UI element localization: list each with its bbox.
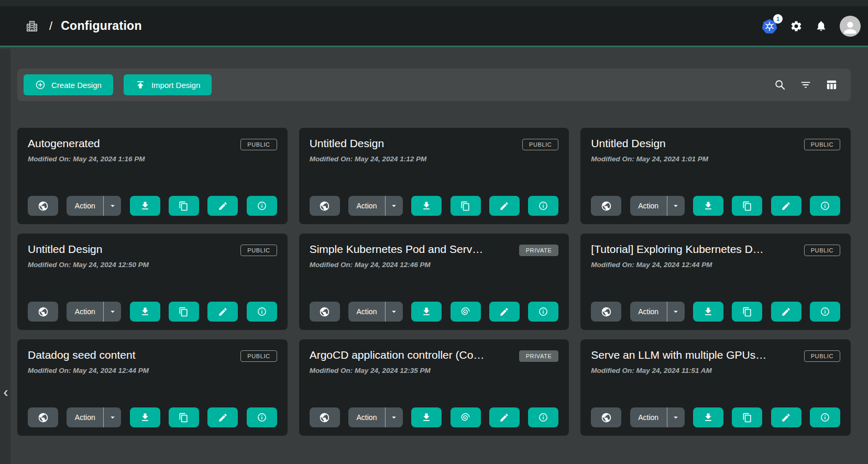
action-button[interactable]: Action xyxy=(348,302,385,322)
action-dropdown-toggle[interactable] xyxy=(385,302,403,322)
info-button[interactable] xyxy=(810,302,840,322)
edit-button[interactable] xyxy=(489,302,520,322)
pencil-icon xyxy=(781,413,791,423)
card-action-row: Action xyxy=(310,196,559,216)
copy-button[interactable] xyxy=(451,196,481,216)
info-button[interactable] xyxy=(247,407,277,427)
copy-button[interactable] xyxy=(169,196,199,216)
filter-button[interactable] xyxy=(800,79,811,91)
table-view-icon xyxy=(826,79,837,91)
caret-down-icon xyxy=(389,307,399,316)
notifications-button[interactable] xyxy=(815,20,827,32)
download-button[interactable] xyxy=(130,196,160,216)
copy-button[interactable] xyxy=(732,302,762,322)
visibility-badge: PUBLIC xyxy=(804,245,840,256)
action-dropdown-toggle[interactable] xyxy=(103,302,121,322)
copy-icon xyxy=(179,307,189,317)
download-button[interactable] xyxy=(693,302,723,322)
download-icon xyxy=(140,412,150,423)
info-icon xyxy=(257,412,267,423)
action-button[interactable]: Action xyxy=(630,302,667,322)
visibility-badge: PUBLIC xyxy=(804,139,840,150)
copy-button[interactable] xyxy=(169,407,199,427)
action-dropdown-toggle[interactable] xyxy=(103,196,121,216)
info-icon xyxy=(820,306,830,317)
gear-icon xyxy=(790,20,803,32)
info-icon xyxy=(820,201,830,211)
edit-button[interactable] xyxy=(771,407,801,427)
info-button[interactable] xyxy=(528,196,558,216)
pencil-icon xyxy=(499,413,509,423)
info-icon xyxy=(538,412,548,423)
visibility-globe-button[interactable] xyxy=(28,196,58,216)
visibility-badge: PRIVATE xyxy=(519,350,559,362)
visibility-globe-button[interactable] xyxy=(591,407,621,427)
copy-button[interactable] xyxy=(732,196,762,216)
visibility-globe-button[interactable] xyxy=(310,407,340,427)
visibility-globe-button[interactable] xyxy=(591,196,621,216)
card-action-row: Action xyxy=(310,407,559,427)
info-button[interactable] xyxy=(528,407,558,427)
user-avatar[interactable] xyxy=(840,16,861,37)
info-button[interactable] xyxy=(247,302,277,322)
kubernetes-context-button[interactable]: 1 xyxy=(762,18,777,34)
action-dropdown-toggle[interactable] xyxy=(667,196,685,216)
edit-button[interactable] xyxy=(207,302,238,322)
action-button[interactable]: Action xyxy=(348,407,385,427)
action-dropdown-toggle[interactable] xyxy=(385,196,403,216)
edit-button[interactable] xyxy=(771,302,801,322)
action-dropdown-toggle[interactable] xyxy=(667,302,685,322)
caret-down-icon xyxy=(108,307,117,316)
action-button[interactable]: Action xyxy=(67,407,103,427)
download-button[interactable] xyxy=(693,407,723,427)
sidebar-collapse-button[interactable]: ‹ xyxy=(0,384,12,401)
download-button[interactable] xyxy=(411,302,442,322)
download-button[interactable] xyxy=(130,302,160,322)
design-workspace-button[interactable] xyxy=(451,407,481,427)
visibility-badge: PRIVATE xyxy=(519,245,559,256)
create-design-button[interactable]: Create Design xyxy=(24,74,113,95)
visibility-globe-button[interactable] xyxy=(28,302,58,322)
action-button[interactable]: Action xyxy=(67,196,103,216)
download-button[interactable] xyxy=(411,196,442,216)
edit-button[interactable] xyxy=(771,196,801,216)
download-button[interactable] xyxy=(411,407,442,427)
visibility-globe-button[interactable] xyxy=(310,196,340,216)
table-view-button[interactable] xyxy=(826,79,837,91)
download-button[interactable] xyxy=(130,407,160,427)
info-button[interactable] xyxy=(247,196,277,216)
settings-button[interactable] xyxy=(790,20,803,32)
caret-down-icon xyxy=(671,413,680,422)
globe-icon xyxy=(38,306,49,317)
design-card: ArgoCD application controller (Co… PRIVA… xyxy=(299,339,569,436)
action-button[interactable]: Action xyxy=(630,407,667,427)
visibility-globe-button[interactable] xyxy=(591,302,621,322)
copy-button[interactable] xyxy=(169,302,199,322)
visibility-badge: PUBLIC xyxy=(522,139,558,150)
download-button[interactable] xyxy=(693,196,723,216)
edit-button[interactable] xyxy=(207,196,238,216)
visibility-globe-button[interactable] xyxy=(28,407,58,427)
search-icon xyxy=(774,79,786,91)
action-dropdown-toggle[interactable] xyxy=(385,407,403,427)
header-actions: 1 xyxy=(762,16,861,37)
import-design-button[interactable]: Import Design xyxy=(124,74,212,95)
action-button[interactable]: Action xyxy=(630,196,667,216)
action-button[interactable]: Action xyxy=(348,196,385,216)
info-button[interactable] xyxy=(528,302,558,322)
search-button[interactable] xyxy=(774,79,786,91)
info-button[interactable] xyxy=(810,196,840,216)
edit-button[interactable] xyxy=(489,407,520,427)
action-button[interactable]: Action xyxy=(67,302,103,322)
action-dropdown-toggle[interactable] xyxy=(103,407,121,427)
copy-icon xyxy=(742,413,752,423)
visibility-globe-button[interactable] xyxy=(310,302,340,322)
copy-button[interactable] xyxy=(732,407,762,427)
info-button[interactable] xyxy=(810,407,840,427)
design-card: Simple Kubernetes Pod and Serv… PRIVATE … xyxy=(299,234,569,330)
edit-button[interactable] xyxy=(489,196,520,216)
action-dropdown-toggle[interactable] xyxy=(667,407,685,427)
design-card: Untitled Design PUBLIC Modified On: May … xyxy=(299,128,569,224)
design-workspace-button[interactable] xyxy=(451,302,481,322)
edit-button[interactable] xyxy=(207,407,238,427)
